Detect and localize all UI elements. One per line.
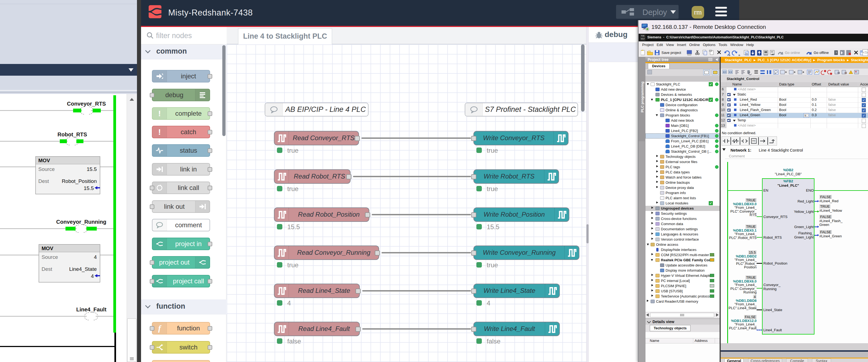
svg-text:Line4_Fault: Line4_Fault bbox=[76, 306, 106, 312]
svg-text:Save project: Save project bbox=[661, 51, 681, 55]
svg-text:?: ? bbox=[835, 51, 837, 54]
svg-text:Conveyor_Running: Conveyor_Running bbox=[56, 219, 106, 225]
svg-text:??: ?? bbox=[752, 140, 755, 143]
svg-text:Source: Source bbox=[41, 254, 58, 260]
svg-text:Robot_RTS: Robot_RTS bbox=[58, 132, 87, 137]
svg-text:4: 4 bbox=[91, 273, 94, 279]
svg-text:15.5: 15.5 bbox=[87, 166, 97, 172]
svg-text:MOV: MOV bbox=[41, 246, 54, 251]
svg-text:MOV: MOV bbox=[38, 158, 50, 163]
svg-text:Go online: Go online bbox=[785, 51, 800, 55]
svg-text:Dest: Dest bbox=[38, 178, 49, 184]
svg-text:Go offline: Go offline bbox=[814, 51, 829, 55]
svg-text:KX: KX bbox=[729, 71, 732, 74]
svg-text:4: 4 bbox=[94, 254, 97, 260]
svg-text:RT: RT bbox=[772, 53, 775, 56]
svg-text:15.5: 15.5 bbox=[84, 185, 94, 191]
svg-text:Dest: Dest bbox=[41, 266, 53, 272]
svg-text:Line4_State: Line4_State bbox=[69, 266, 97, 272]
svg-text:KH: KH bbox=[723, 71, 726, 74]
svg-text:Source: Source bbox=[38, 166, 55, 172]
svg-text:Conveyor_RTS: Conveyor_RTS bbox=[67, 101, 106, 107]
svg-text:01: 01 bbox=[746, 53, 748, 55]
svg-text:Robot_Position: Robot_Position bbox=[62, 178, 97, 184]
